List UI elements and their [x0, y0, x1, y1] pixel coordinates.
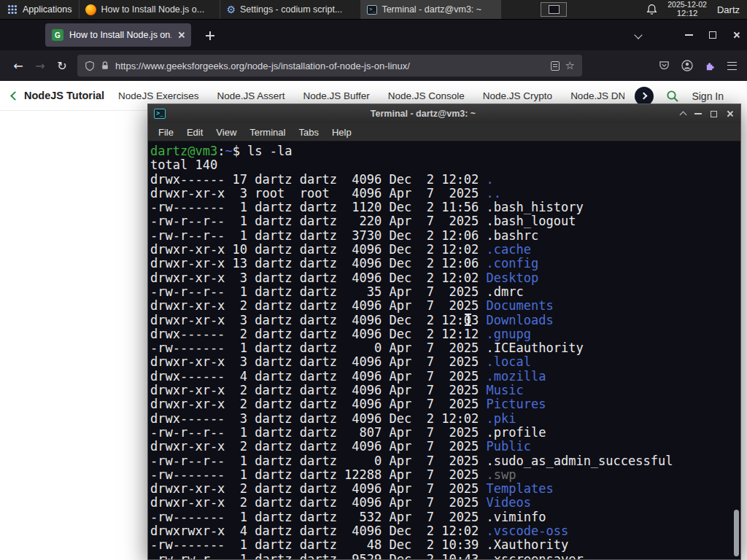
taskbar-item-terminal[interactable]: >_ Terminal - dartz@vm3: ~: [360, 0, 501, 19]
window-maximize-button[interactable]: [709, 31, 716, 39]
terminal-line: drwx------ 2 dartz dartz 4096 Dec 2 12:1…: [150, 327, 740, 341]
chevron-left-icon[interactable]: [10, 91, 20, 101]
terminal-line: drwx------ 3 dartz dartz 4096 Dec 2 12:0…: [150, 412, 740, 426]
terminal-minimize-button[interactable]: [694, 113, 702, 114]
terminal-line: drwxr-xr-x 2 dartz dartz 4096 Apr 7 2025…: [150, 440, 740, 454]
menu-hamburger-icon[interactable]: [727, 62, 737, 70]
terminal-line: drwxr-xr-x 3 root root 4096 Apr 7 2025 .…: [150, 187, 740, 201]
gfg-nav-item[interactable]: Node.JS Crypto: [483, 90, 552, 101]
terminal-line: drwxr-xr-x 3 dartz dartz 4096 Dec 2 12:0…: [150, 271, 740, 285]
user-menu[interactable]: Dartz: [717, 4, 740, 15]
terminal-line: drwxr-xr-x 2 dartz dartz 4096 Apr 7 2025…: [150, 384, 740, 397]
notifications-bell-icon[interactable]: [646, 4, 657, 15]
window-close-button[interactable]: [732, 31, 740, 39]
taskbar-item-settings[interactable]: ⚙ Settings - codium script...: [220, 0, 360, 19]
clock[interactable]: 2025-12-02 12:12: [667, 1, 707, 18]
screen: Applications How to Install Node.js o...…: [0, 0, 747, 560]
gfg-nav-title[interactable]: NodeJS Tutorial: [24, 90, 104, 101]
new-tab-button[interactable]: [201, 27, 219, 44]
settings-gear-icon: ⚙: [226, 4, 236, 15]
applications-label: Applications: [23, 4, 71, 15]
terminal-line: -rw------- 1 dartz dartz 48 Dec 2 10:39 …: [150, 538, 740, 552]
terminal-line: -rw------- 1 dartz dartz 532 Apr 7 2025 …: [150, 510, 740, 524]
pocket-icon[interactable]: [659, 61, 670, 71]
workspace-switcher[interactable]: [541, 2, 567, 17]
terminal-line: -rw------- 1 dartz dartz 12288 Apr 7 202…: [150, 468, 740, 482]
workspace-window-thumb: [549, 5, 560, 14]
terminal-window-title: Terminal - dartz@vm3: ~: [170, 109, 676, 119]
terminal-line: -rw-rw-r-- 1 dartz dartz 9529 Dec 2 10:4…: [150, 553, 740, 559]
terminal-line: drwx------ 4 dartz dartz 4096 Apr 7 2025…: [150, 370, 740, 384]
scroll-right-button[interactable]: [635, 87, 654, 106]
terminal-line: -rw-r--r-- 1 dartz dartz 0 Apr 7 2025 .s…: [150, 454, 740, 468]
taskbar-item-browser[interactable]: How to Install Node.js o...: [79, 0, 220, 19]
menu-tabs[interactable]: Tabs: [292, 127, 325, 138]
terminal-line: -rw-r--r-- 1 dartz dartz 807 Apr 7 2025 …: [150, 426, 740, 440]
terminal-line: -rw------- 1 dartz dartz 0 Apr 7 2025 .I…: [150, 341, 740, 355]
mouse-text-cursor: [465, 314, 471, 326]
terminal-line: drwxr-xr-x 3 dartz dartz 4096 Apr 7 2025…: [150, 355, 740, 369]
terminal-line: dartz@vm3:~$ ls -la: [150, 144, 740, 158]
terminal-line: -rw------- 1 dartz dartz 1120 Dec 2 11:5…: [150, 201, 740, 214]
firefox-icon: [85, 4, 96, 15]
terminal-titlebar[interactable]: >_ Terminal - dartz@vm3: ~: [148, 104, 740, 123]
terminal-line: -rw-r--r-- 1 dartz dartz 35 Apr 7 2025 .…: [150, 285, 740, 299]
terminal-line: drwxr-xr-x 2 dartz dartz 4096 Apr 7 2025…: [150, 496, 740, 510]
lock-icon[interactable]: [101, 61, 109, 71]
terminal-lines: dartz@vm3:~$ ls -latotal 140drwx------ 1…: [150, 144, 740, 559]
list-all-tabs-icon[interactable]: [634, 31, 642, 39]
terminal-scrollbar[interactable]: [732, 141, 740, 559]
gfg-nav-item[interactable]: Node.JS Buffer: [303, 90, 369, 101]
gfg-favicon: G: [52, 29, 63, 41]
terminal-line: total 140: [150, 158, 740, 172]
menu-terminal[interactable]: Terminal: [243, 127, 292, 138]
menu-view[interactable]: View: [209, 127, 243, 138]
reload-button[interactable]: ↻: [51, 55, 73, 77]
forward-button[interactable]: →: [29, 55, 51, 77]
clock-date: 2025-12-02: [667, 1, 707, 9]
terminal-line: drwxr-xr-x 13 dartz dartz 4096 Dec 2 12:…: [150, 257, 740, 271]
terminal-line: -rw-r--r-- 1 dartz dartz 3730 Dec 2 12:0…: [150, 229, 740, 243]
applications-menu[interactable]: Applications: [0, 0, 79, 19]
scrollbar-thumb[interactable]: [734, 510, 739, 556]
reader-mode-icon[interactable]: [551, 61, 560, 71]
terminal-close-button[interactable]: [726, 110, 733, 117]
terminal-line: -rw-r--r-- 1 dartz dartz 220 Apr 7 2025 …: [150, 214, 740, 228]
browser-tab[interactable]: G How to Install Node.js on...: [45, 23, 191, 47]
terminal-line: drwxrwxr-x 4 dartz dartz 4096 Dec 2 12:0…: [150, 524, 740, 538]
gfg-nav-item[interactable]: Node.JS DNS: [570, 90, 624, 101]
gfg-nav-item[interactable]: Node.JS Assert: [217, 90, 285, 101]
terminal-line: drwxr-xr-x 2 dartz dartz 4096 Apr 7 2025…: [150, 482, 740, 496]
url-bar[interactable]: https://www.geeksforgeeks.org/node-js/in…: [77, 55, 582, 77]
applications-grid-icon: [7, 4, 18, 15]
terminal-shade-button[interactable]: [680, 112, 687, 119]
chevron-right-icon: [640, 93, 647, 100]
tab-bar: G How to Install Node.js on...: [0, 20, 747, 50]
clock-time: 12:12: [667, 9, 707, 18]
gfg-nav-item[interactable]: NodeJS Exercises: [118, 90, 198, 101]
gfg-nav-item[interactable]: Node.JS Console: [388, 90, 465, 101]
terminal-menubar: File Edit View Terminal Tabs Help: [148, 123, 740, 141]
url-text: https://www.geeksforgeeks.org/node-js/in…: [115, 61, 545, 71]
sign-in-link[interactable]: Sign In: [692, 90, 724, 102]
terminal-output[interactable]: dartz@vm3:~$ ls -latotal 140drwx------ 1…: [148, 141, 740, 559]
search-icon[interactable]: [666, 90, 679, 103]
terminal-maximize-button[interactable]: [711, 111, 717, 117]
account-icon[interactable]: [681, 60, 693, 71]
terminal-icon: >_: [367, 5, 377, 15]
terminal-window-icon: >_: [154, 109, 166, 119]
plus-icon: [206, 31, 214, 40]
top-panel: Applications How to Install Node.js o...…: [0, 0, 747, 20]
extension-puzzle-icon[interactable]: [705, 61, 716, 71]
menu-help[interactable]: Help: [325, 127, 358, 138]
menu-edit[interactable]: Edit: [180, 127, 209, 138]
menu-file[interactable]: File: [152, 127, 180, 138]
window-minimize-button[interactable]: [685, 34, 693, 36]
tab-close-icon[interactable]: [177, 31, 185, 39]
terminal-line: drwxr-xr-x 3 dartz dartz 4096 Dec 2 12:0…: [150, 314, 740, 327]
terminal-line: drwxr-xr-x 10 dartz dartz 4096 Dec 2 12:…: [150, 243, 740, 257]
shield-icon[interactable]: [85, 61, 95, 71]
back-button[interactable]: ←: [7, 55, 29, 77]
bookmark-star-icon[interactable]: ☆: [565, 59, 575, 72]
terminal-line: drwx------ 17 dartz dartz 4096 Dec 2 12:…: [150, 173, 740, 187]
